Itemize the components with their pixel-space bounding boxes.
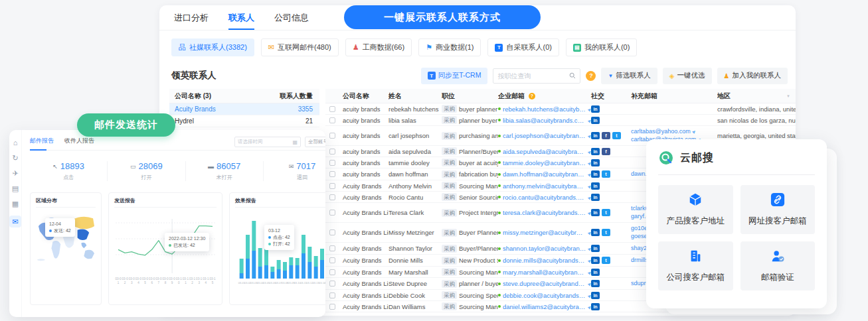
email-link[interactable]: donnie.mills@acuitybrands.com	[503, 257, 586, 264]
row-checkbox[interactable]	[329, 269, 335, 275]
row-checkbox[interactable]	[329, 245, 335, 251]
report-icon[interactable]: ▦	[12, 200, 19, 208]
send-icon[interactable]: ▶	[587, 171, 591, 176]
social-icon-twitter[interactable]: t	[602, 170, 610, 178]
send-icon[interactable]: ▶	[690, 128, 697, 135]
email-link[interactable]: rocio.cantu@acuitybrands.com	[503, 194, 586, 201]
refresh-icon[interactable]: ↻	[12, 155, 18, 162]
email-link[interactable]: rebekah.hutchens@acuitybrands.com	[503, 105, 586, 113]
social-icon-linkedin[interactable]: in	[591, 303, 600, 310]
email-link[interactable]: dawn.hoffman@acuitybrands.com	[503, 170, 586, 178]
email-stats-badge: 邮件发送统计	[77, 113, 175, 137]
row-checkbox[interactable]	[329, 183, 335, 189]
email-link[interactable]: daniel.williams2@acuitybrands.com	[503, 303, 586, 310]
send-icon[interactable]: ✈	[12, 170, 18, 177]
help-icon[interactable]: ?	[586, 71, 596, 81]
row-checkbox[interactable]	[329, 281, 335, 287]
social-icon-twitter[interactable]: t	[602, 209, 610, 216]
send-icon[interactable]: ▶	[587, 281, 591, 286]
social-icon-linkedin[interactable]: in	[591, 105, 600, 113]
social-icon-linkedin[interactable]: in	[591, 209, 600, 216]
cloud-feature-building[interactable]: 公司搜客户邮箱	[658, 241, 733, 290]
row-checkbox[interactable]	[329, 304, 335, 310]
filter-contacts-button[interactable]: ▼ 筛选联系人	[601, 68, 657, 84]
row-checkbox[interactable]	[329, 292, 335, 298]
email-link[interactable]: anthony.melvin@acuitybrands.com	[503, 182, 586, 190]
social-icon-linkedin[interactable]: in	[591, 170, 600, 178]
social-icon-linkedin[interactable]: in	[591, 148, 600, 155]
row-checkbox[interactable]	[329, 229, 335, 235]
send-icon[interactable]: ▶	[587, 245, 591, 251]
cloud-feature-cube[interactable]: 产品搜客户地址	[658, 185, 733, 234]
email-link[interactable]: steve.dupree@acuitybrands.com	[503, 280, 586, 287]
row-checkbox[interactable]	[329, 106, 335, 112]
email-stats-tab[interactable]: 收件人报告	[64, 137, 94, 145]
social-icon-twitter[interactable]: t	[602, 229, 610, 236]
sync-tcrm-button[interactable]: T 同步至T-CRM	[421, 68, 488, 84]
send-icon[interactable]: ▶	[587, 229, 591, 235]
account-select[interactable]: 全部账号 ∨	[305, 137, 325, 147]
social-icon-facebook[interactable]: f	[602, 148, 610, 155]
source-chip[interactable]: ⚑商业数据(1)	[418, 38, 481, 56]
source-chip[interactable]: ▤我的联系人(0)	[566, 38, 637, 56]
cloud-feature-person-check[interactable]: 邮箱验证	[740, 241, 816, 290]
row-checkbox[interactable]	[329, 117, 335, 123]
send-icon[interactable]: ▶	[587, 133, 591, 138]
row-checkbox[interactable]	[329, 194, 335, 200]
main-tab[interactable]: 进口分析	[174, 5, 209, 30]
social-icon-linkedin[interactable]: in	[591, 292, 600, 299]
company-row[interactable]: Hydrel21	[169, 115, 319, 127]
social-icon-linkedin[interactable]: in	[591, 182, 600, 190]
social-icon-facebook[interactable]: f	[602, 132, 610, 139]
email-link[interactable]: tammie.dooley@acuitybrands.com	[503, 159, 586, 166]
row-checkbox[interactable]	[329, 160, 335, 166]
social-icon-linkedin[interactable]: in	[591, 159, 600, 166]
row-checkbox[interactable]	[329, 257, 335, 263]
row-checkbox[interactable]	[329, 133, 335, 139]
source-chip[interactable]: ♟工商数据(66)	[345, 38, 412, 56]
social-icon-twitter[interactable]: t	[602, 257, 610, 264]
cloud-feature-link[interactable]: 网址搜客户邮箱	[740, 185, 816, 234]
social-icon-linkedin[interactable]: in	[591, 269, 600, 276]
send-icon[interactable]: ▶	[587, 257, 591, 263]
source-chip[interactable]: 品社媒联系人(3382)	[171, 38, 254, 56]
home-icon[interactable]: ⌂	[13, 139, 18, 147]
row-checkbox[interactable]	[329, 149, 335, 155]
list-icon[interactable]: ▤	[12, 185, 19, 192]
email-link[interactable]: mary.marshall@acuitybrands.com	[503, 269, 586, 276]
social-icon-linkedin[interactable]: in	[591, 229, 600, 236]
social-icon-linkedin[interactable]: in	[591, 257, 600, 264]
row-checkbox[interactable]	[329, 171, 335, 177]
social-icon-linkedin[interactable]: in	[591, 194, 600, 201]
social-icon-linkedin[interactable]: in	[591, 245, 600, 252]
mail-icon[interactable]: ✉	[9, 216, 21, 227]
extra-email-link[interactable]: carltabas@yahoo.com▶	[631, 128, 717, 135]
social-icon-linkedin[interactable]: in	[591, 280, 600, 287]
social-icon-twitter[interactable]: t	[612, 132, 621, 139]
purchase-tag: 采购	[442, 147, 457, 155]
email-link[interactable]: shannon.taylor@acuitybrands.com	[503, 245, 586, 252]
main-tab[interactable]: 公司信息	[274, 5, 309, 30]
email-help-icon[interactable]: ?	[529, 93, 535, 99]
search-input[interactable]	[497, 72, 566, 80]
email-link[interactable]: debbie.cook@acuitybrands.com	[503, 292, 586, 299]
main-tab[interactable]: 联系人	[228, 5, 254, 30]
add-to-my-contacts-button[interactable]: ♟ 加入我的联系人	[717, 68, 788, 84]
email-link[interactable]: aida.sepulveda@acuitybrands.com	[503, 148, 586, 155]
social-icon-linkedin[interactable]: in	[591, 117, 600, 124]
email-link[interactable]: missy.metzinger@acuitybrands.com	[503, 229, 586, 236]
date-range-input[interactable]: 请选择时间 ▦	[234, 137, 301, 147]
region-filter-icon[interactable]: ▼	[786, 94, 790, 98]
source-chip[interactable]: ✉互联网邮件(480)	[261, 38, 339, 56]
social-icon-linkedin[interactable]: in	[591, 132, 600, 139]
company-row[interactable]: Acuity Brands3355	[169, 103, 319, 115]
send-icon[interactable]: ▶	[587, 210, 591, 215]
email-link[interactable]: teresa.clark@acuitybrands.com	[503, 209, 586, 216]
email-link[interactable]: libia.salas@acuitybrands.com	[503, 117, 586, 124]
one-click-optimize-button[interactable]: ◈ 一键优选	[663, 68, 712, 84]
search-icon[interactable]	[569, 72, 576, 79]
row-checkbox[interactable]	[329, 210, 335, 216]
email-stats-tab[interactable]: 邮件报告	[30, 137, 54, 145]
source-chip[interactable]: T自采联系人(0)	[487, 38, 559, 56]
email-link[interactable]: carl.josephson@acuitybrands.com	[503, 132, 586, 139]
